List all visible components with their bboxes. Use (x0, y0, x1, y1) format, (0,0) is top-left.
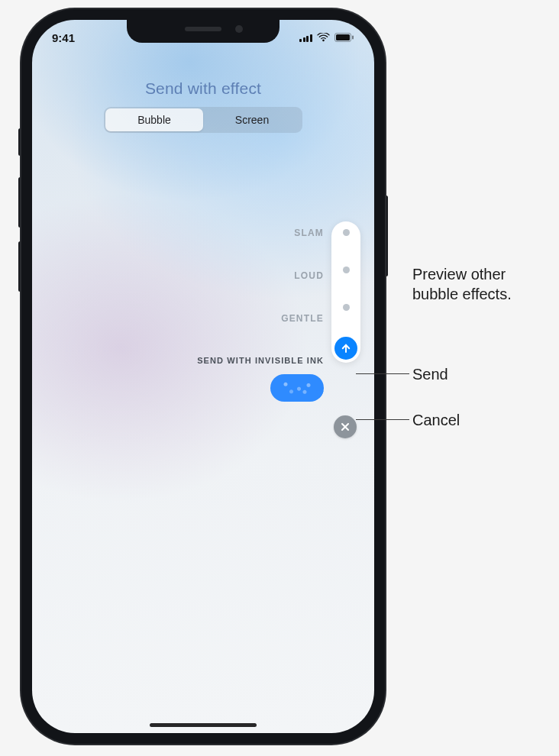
wifi-icon (317, 33, 330, 42)
cancel-button[interactable] (334, 415, 357, 438)
callout-send: Send (412, 364, 448, 384)
effect-label-invisible-ink: SEND WITH INVISIBLE INK (197, 356, 324, 365)
effect-dot-loud[interactable] (343, 267, 350, 273)
message-bubble-preview (270, 374, 324, 402)
invisible-ink-icon (278, 379, 316, 397)
tab-bubble-label: Bubble (137, 114, 171, 126)
notch (127, 20, 280, 43)
close-icon (340, 422, 351, 432)
svg-rect-1 (336, 34, 350, 40)
bubble-effects: SLAM LOUD GENTLE SEND WITH INVISIBLE INK (197, 221, 360, 402)
callout-line-icon (356, 419, 409, 420)
effect-dot-gentle[interactable] (343, 304, 350, 311)
callout-preview: Preview other bubble effects. (412, 264, 547, 304)
callout-bracket-icon (365, 221, 409, 353)
tab-screen[interactable]: Screen (203, 108, 301, 131)
cellular-icon (299, 33, 312, 42)
iphone-screen: 9:41 Send with effect (32, 20, 374, 733)
status-time: 9:41 (52, 31, 75, 44)
callout-line-icon (356, 373, 409, 374)
arrow-up-icon (340, 342, 352, 354)
battery-icon (334, 33, 354, 42)
callout-cancel: Cancel (412, 410, 460, 430)
send-button[interactable] (334, 337, 357, 360)
effect-tabs: Bubble Screen (104, 107, 302, 133)
effect-selector-pill (331, 221, 360, 363)
svg-rect-2 (352, 36, 354, 40)
iphone-frame: 9:41 Send with effect (21, 9, 385, 744)
tab-screen-label: Screen (235, 114, 269, 126)
home-indicator (150, 723, 257, 727)
tab-bubble[interactable]: Bubble (105, 108, 203, 131)
effect-header: Send with effect Bubble Screen (32, 79, 374, 133)
effect-label-loud: LOUD (294, 270, 324, 281)
effect-dot-slam[interactable] (343, 229, 350, 236)
page-title: Send with effect (145, 79, 261, 98)
effect-label-gentle: GENTLE (281, 313, 324, 324)
effect-label-slam: SLAM (294, 228, 324, 238)
